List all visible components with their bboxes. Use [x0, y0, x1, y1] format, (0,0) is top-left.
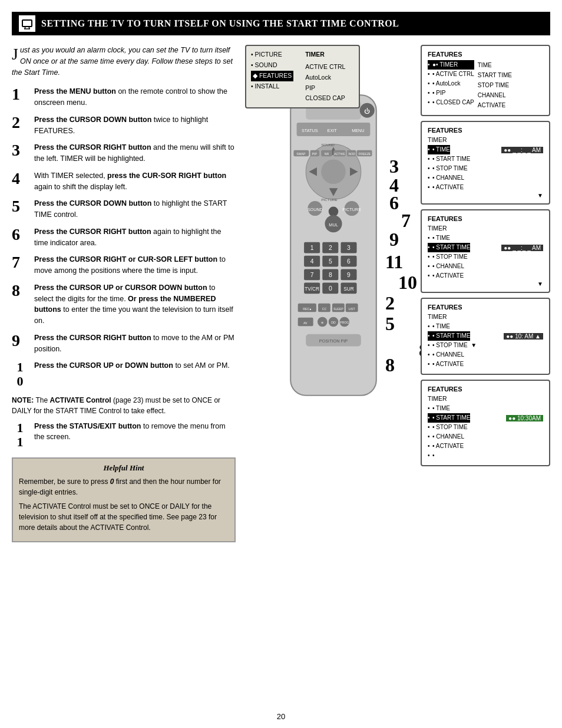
svg-point-13	[321, 159, 346, 184]
step-text-4: With TIMER selected, press the CUR-SOR R…	[34, 170, 236, 193]
panel1-pip: • PIP	[428, 88, 474, 98]
panel4-channel: • CHANNEL	[428, 350, 543, 360]
panel2-title: FEATURES	[428, 127, 543, 134]
step-11: 11 Press the STATUS/EXIT button to remov…	[12, 421, 236, 449]
svg-text:FREEZE: FREEZE	[359, 152, 371, 156]
svg-text:PICTURE: PICTURE	[342, 207, 361, 212]
panel1-left: ●• TIMER • ACTIVE CTRL • AutoLock • PIP …	[428, 60, 474, 110]
panel1-title: FEATURES	[428, 51, 543, 58]
screen-panels: FEATURES ●• TIMER • ACTIVE CTRL • AutoLo…	[421, 45, 550, 466]
timer-closed-cap: CLOSED CAP	[305, 93, 345, 104]
page: Setting the TV to Turn Itself On Using t…	[0, 0, 562, 728]
first-menu-left: • PICTURE • SOUND ◆ FEATURES • INSTALL	[251, 50, 293, 104]
svg-text:9: 9	[347, 272, 351, 278]
step-text-6: Press the CURSOR RIGHT button again to h…	[34, 226, 236, 249]
svg-text:SUR: SUR	[343, 286, 354, 292]
panel4-row-start: • START TIME ●● 10: AM ▲	[428, 331, 543, 341]
step-10: 10 Press the CURSOR UP or DOWN button to…	[12, 360, 236, 388]
panel4-sub: TIMER	[428, 313, 543, 320]
svg-text:MENU: MENU	[352, 128, 364, 133]
panel3-arrow: ▼	[428, 281, 543, 287]
step-number-1: 1	[12, 86, 28, 103]
step-2: 2 Press the CURSOR DOWN button twice to …	[12, 114, 236, 137]
panel1-active-ctrl: • ACTIVE CTRL	[428, 70, 474, 79]
remote-control-svg: ⏻ STATUS EXIT MENU	[257, 92, 410, 398]
panel1-closed-cap: • CLOSED CAP	[428, 98, 474, 107]
panel5-sub: TIMER	[428, 395, 543, 402]
svg-text:STATUS: STATUS	[302, 128, 318, 133]
panel3-start-active: • START TIME	[428, 243, 470, 252]
panel3-activate: • ACTIVATE	[428, 271, 543, 281]
step-number-10: 10	[12, 360, 28, 388]
step-9: 9 Press the CURSOR RIGHT button to move …	[12, 332, 236, 355]
menu-install: • INSTALL	[251, 81, 293, 92]
timer-autolock: AutoLock	[305, 73, 345, 83]
hint-title: Helpful Hint	[19, 463, 229, 473]
first-menu-right: TIMER ACTIVE CTRL AutoLock PIP CLOSED CA…	[305, 50, 345, 104]
right-column: • PICTURE • SOUND ◆ FEATURES • INSTALL T…	[245, 45, 550, 542]
panel-start-10: FEATURES TIMER • TIME • START TIME ●● 10…	[421, 298, 550, 375]
svg-text:2: 2	[329, 245, 332, 251]
panel5-activate: • ACTIVATE	[428, 442, 543, 451]
svg-text:0: 0	[329, 285, 332, 292]
panel1-r-start: START TIME	[478, 70, 512, 80]
panel4-start-value: ●● 10: AM ▲	[504, 333, 543, 340]
svg-text:SWAP: SWAP	[296, 152, 306, 156]
step-1: 1 Press the MENU button on the remote co…	[12, 86, 236, 108]
panel2-sub: TIMER	[428, 136, 543, 143]
panel2-activate: • ACTIVATE	[428, 183, 543, 192]
first-menu-row: • PICTURE • SOUND ◆ FEATURES • INSTALL T…	[251, 50, 354, 104]
overlay-num-10: 10	[398, 272, 417, 294]
svg-text:7: 7	[310, 272, 314, 278]
drop-cap: J	[12, 46, 18, 62]
illustration-area: • PICTURE • SOUND ◆ FEATURES • INSTALL T…	[245, 45, 550, 428]
timer-pip: PIP	[305, 83, 345, 94]
step-number-6: 6	[12, 226, 28, 243]
panel-timer-start: FEATURES TIMER • TIME • START TIME ●● _ …	[421, 209, 550, 293]
svg-text:6: 6	[347, 258, 351, 265]
svg-text:REC●: REC●	[303, 307, 311, 311]
panel1-r-channel: CHANNEL	[478, 90, 512, 100]
hint-p2: The ACTIVATE Control must be set to ONCE…	[19, 501, 229, 533]
svg-text:EXIT: EXIT	[328, 128, 338, 133]
overlay-num-2: 2	[385, 292, 395, 314]
intro-text: ust as you would an alarm clock, you can…	[12, 46, 233, 77]
step-text-8: Press the CURSOR UP or CURSOR DOWN butto…	[34, 282, 236, 327]
panel3-start-value: ●● _ _:_ _ AM	[501, 245, 543, 251]
svg-text:PICTURE: PICTURE	[321, 197, 337, 202]
panel-timer-time: FEATURES TIMER • TIME ●● _ _:_ _ AM • ST…	[421, 121, 550, 205]
svg-text:⏻: ⏻	[364, 108, 370, 114]
header-bar: Setting the TV to Turn Itself On Using t…	[12, 12, 550, 35]
menu-features: ◆ FEATURES	[251, 71, 293, 81]
panel5-title: FEATURES	[428, 386, 543, 393]
overlay-num-5: 5	[385, 313, 395, 335]
timer-active-ctrl: ACTIVE CTRL	[305, 62, 345, 73]
panel4-title: FEATURES	[428, 304, 543, 311]
svg-text:TV/CR: TV/CR	[305, 286, 319, 292]
svg-text:SOUND: SOUND	[321, 143, 335, 147]
panel3-title: FEATURES	[428, 215, 543, 222]
step-7: 7 Press the CURSOR RIGHT or CUR-SOR LEFT…	[12, 254, 236, 276]
step-number-3: 3	[12, 142, 28, 159]
note-text: NOTE: The ACTIVATE Control (page 23) mus…	[12, 395, 236, 416]
svg-text:MUL: MUL	[329, 222, 338, 228]
tv-icon	[21, 18, 33, 29]
panel1-r-activate: ACTIVATE	[478, 100, 512, 110]
panel2-start-time: • START TIME	[428, 154, 543, 164]
step-text-3: Press the CURSOR RIGHT button and the me…	[34, 142, 236, 164]
panel2-stop-time: • STOP TIME	[428, 164, 543, 173]
svg-text:NR: NR	[325, 152, 329, 156]
panel5-blank: •	[428, 451, 543, 460]
svg-text:PIP: PIP	[312, 152, 318, 156]
overlay-num-9: 9	[389, 229, 399, 251]
step-text-9: Press the CURSOR RIGHT button to move to…	[34, 332, 236, 355]
hint-content: Remember, be sure to press 0 first and t…	[19, 476, 229, 533]
panel4-stop: • STOP TIME ▼	[428, 341, 543, 350]
svg-rect-0	[22, 20, 32, 27]
svg-text:CC: CC	[322, 307, 327, 311]
panel-start-1030: FEATURES TIMER • TIME • START TIME ●● 10…	[421, 380, 550, 466]
timer-header: TIMER	[305, 50, 345, 60]
panel3-time: • TIME	[428, 233, 543, 243]
step-text-11: Press the STATUS/EXIT button to remove t…	[34, 421, 236, 443]
step-5: 5 Press the CURSOR DOWN button to highli…	[12, 198, 236, 220]
